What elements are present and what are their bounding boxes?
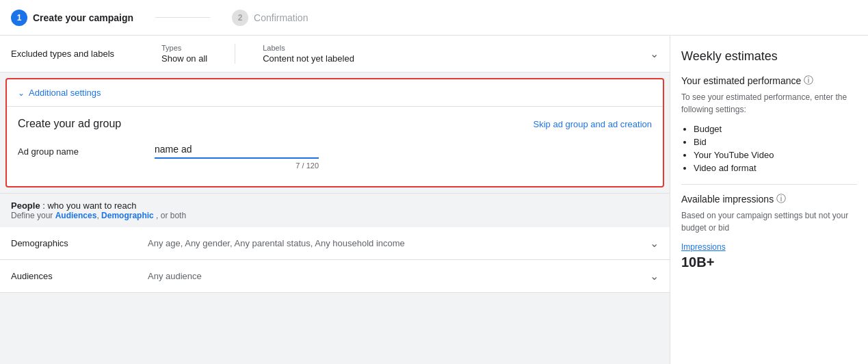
labels-chevron-icon[interactable]: ⌄: [650, 47, 659, 60]
top-bar: 1 Create your campaign 2 Confirmation: [0, 0, 868, 36]
labels-label: Labels: [263, 44, 644, 52]
labels-field-group: Labels Content not yet labeled: [263, 44, 644, 64]
ad-group-name-row: Ad group name 7 / 120: [18, 141, 652, 181]
types-label: Types: [161, 44, 207, 52]
additional-settings-wrapper: ⌄ Additional settings Create your ad gro…: [5, 78, 664, 187]
step-2-circle: 2: [232, 10, 248, 26]
types-value: Show on all: [161, 53, 207, 64]
ad-group-name-input-container: 7 / 120: [155, 141, 319, 170]
types-field-group: Types Show on all: [161, 44, 207, 64]
ad-group-title: Create your ad group: [18, 118, 121, 130]
audiences-link[interactable]: Audiences: [55, 211, 97, 220]
people-title: People : who you want to reach: [11, 200, 659, 211]
step-connector: [155, 17, 210, 18]
demographics-row[interactable]: Demographics Any age, Any gender, Any pa…: [0, 227, 670, 260]
impressions-value: 10B+: [681, 255, 857, 270]
additional-settings-header[interactable]: ⌄ Additional settings: [7, 79, 663, 106]
char-count: 7 / 120: [155, 161, 319, 170]
additional-settings-chevron-icon: ⌄: [18, 88, 25, 98]
excluded-types-row: Excluded types and labels Types Show on …: [0, 36, 670, 73]
demographics-chevron-icon: ⌄: [650, 237, 659, 250]
demographic-link[interactable]: Demographic: [101, 211, 154, 220]
labels-value: Content not yet labeled: [263, 53, 644, 64]
people-section: People : who you want to reach Define yo…: [0, 193, 670, 227]
audiences-row[interactable]: Audiences Any audience ⌄: [0, 260, 670, 293]
performance-bullets: Budget Bid Your YouTube Video Video ad f…: [681, 124, 857, 173]
demographics-row-left: Demographics Any age, Any gender, Any pa…: [11, 238, 405, 248]
bullet-bid: Bid: [694, 137, 857, 147]
ad-group-header: Create your ad group Skip ad group and a…: [18, 118, 652, 130]
sidebar-title: Weekly estimates: [681, 49, 857, 64]
people-bold: People: [11, 200, 40, 211]
step-2: 2 Confirmation: [232, 10, 308, 26]
bullet-youtube: Your YouTube Video: [694, 150, 857, 160]
audiences-label: Audiences: [11, 271, 120, 281]
people-subtitle-end: , or both: [156, 211, 186, 220]
ad-group-name-input[interactable]: [155, 141, 319, 159]
audiences-chevron-icon: ⌄: [650, 270, 659, 283]
ad-group-name-label: Ad group name: [18, 141, 127, 157]
bullet-budget: Budget: [694, 124, 857, 134]
performance-title: Your estimated performance ⓘ: [681, 75, 857, 87]
content-area: Excluded types and labels Types Show on …: [0, 36, 670, 364]
excluded-label: Excluded types and labels: [11, 49, 134, 59]
bullet-format: Video ad format: [694, 163, 857, 173]
impressions-text: Based on your campaign settings but not …: [681, 209, 857, 234]
people-title-suffix: : who you want to reach: [42, 200, 136, 211]
step-2-label: Confirmation: [254, 12, 308, 23]
impressions-info-icon[interactable]: ⓘ: [776, 193, 786, 205]
step-1: 1 Create your campaign: [11, 10, 133, 26]
skip-ad-group-link[interactable]: Skip ad group and ad creation: [534, 119, 652, 129]
people-subtitle: Define your Audiences, Demographic , or …: [11, 211, 659, 220]
main-layout: Excluded types and labels Types Show on …: [0, 36, 868, 364]
demographics-value: Any age, Any gender, Any parental status…: [148, 238, 405, 248]
audiences-row-left: Audiences Any audience: [11, 271, 202, 281]
performance-text: To see your estimated performance, enter…: [681, 91, 857, 116]
additional-settings-label: Additional settings: [29, 88, 101, 98]
demographics-label: Demographics: [11, 238, 120, 248]
performance-info-icon[interactable]: ⓘ: [804, 75, 813, 87]
impressions-title: Available impressions ⓘ: [681, 193, 857, 205]
impressions-label[interactable]: Impressions: [681, 242, 857, 252]
labels-group[interactable]: Labels Content not yet labeled ⌄: [235, 44, 659, 64]
step-1-circle: 1: [11, 10, 27, 26]
sidebar: Weekly estimates Your estimated performa…: [670, 36, 868, 364]
people-subtitle-prefix: Define your: [11, 211, 55, 220]
ad-group-section: Create your ad group Skip ad group and a…: [7, 106, 663, 186]
audiences-value: Any audience: [148, 271, 202, 281]
step-1-label: Create your campaign: [33, 12, 133, 23]
sidebar-divider: [681, 184, 857, 185]
